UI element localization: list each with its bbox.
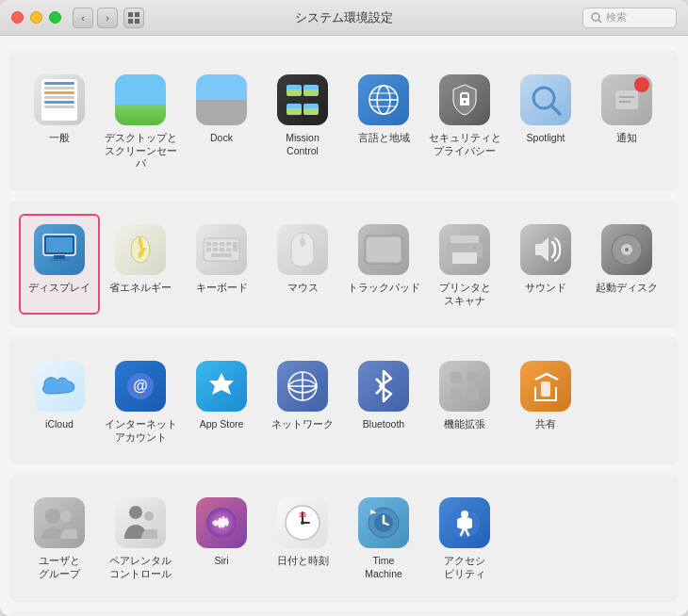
section-personal: 一般 デスクトップとスクリーンセーバ Dock [9,51,679,191]
sound-label: サウンド [525,282,566,295]
grid-view-button[interactable] [123,8,144,28]
icon-item-sharing[interactable]: 共有 [505,350,586,451]
spotlight-icon [520,74,571,125]
icon-item-datetime[interactable]: 18 日付と時刻 [262,487,343,588]
sound-icon [520,224,571,275]
icon-item-startup[interactable]: 起動ディスク [586,214,667,315]
icon-item-parental[interactable]: ペアレンタルコントロール [100,487,181,588]
icon-item-general[interactable]: 一般 [19,64,100,178]
internet-label: インターネットアカウント [105,418,177,444]
icon-item-users[interactable]: ユーザとグループ [19,487,100,588]
svg-rect-28 [206,248,211,251]
svg-point-59 [129,506,142,519]
appstore-icon [196,361,247,412]
icon-item-mouse[interactable]: マウス [262,214,343,315]
svg-rect-30 [220,248,224,251]
icon-item-mission[interactable]: MissionControl [262,64,343,178]
icloud-icon [34,361,85,412]
dock-label: Dock [210,132,233,145]
svg-rect-41 [473,246,477,249]
icon-item-printer[interactable]: プリンタとスキャナ [424,214,505,315]
back-button[interactable]: ‹ [73,8,93,28]
users-icon [34,497,85,548]
timemachine-label: TimeMachine [365,555,402,580]
svg-rect-25 [213,242,218,246]
desktop-icon [115,74,166,125]
svg-line-5 [598,20,601,23]
siri-icon [196,497,247,548]
svg-point-66 [301,521,304,525]
search-box[interactable]: 検索 [582,8,677,28]
svg-line-14 [551,105,560,114]
datetime-label: 日付と時刻 [277,555,329,568]
icon-item-appstore[interactable]: App Store [181,350,262,451]
icon-item-accessibility[interactable]: アクセシビリティ [424,487,505,588]
section-internet: iCloud @ インターネットアカウント [9,337,679,464]
section-other: Flash Player H Hosts [9,611,679,616]
network-label: ネットワーク [271,418,334,431]
icon-item-spotlight[interactable]: Spotlight [505,64,586,178]
icon-item-security[interactable]: セキュリティとプライバシー [424,64,505,178]
svg-rect-40 [452,252,477,264]
maximize-button[interactable] [49,11,61,24]
svg-rect-55 [467,389,479,400]
icon-item-trackpad[interactable]: トラックパッド [343,214,424,315]
extensions-icon [439,361,490,412]
section-1-grid: 一般 デスクトップとスクリーンセーバ Dock [19,64,669,178]
minimize-button[interactable] [30,11,42,24]
svg-rect-29 [213,248,218,251]
svg-rect-38 [450,235,479,243]
svg-rect-24 [206,242,211,246]
icon-item-keyboard[interactable]: キーボード [181,214,262,315]
accessibility-label: アクセシビリティ [444,555,485,580]
window-title: システム環境設定 [295,9,393,26]
svg-rect-32 [233,242,238,251]
spotlight-label: Spotlight [527,132,565,145]
icon-item-notification[interactable]: 通知 [586,64,667,178]
startup-icon [601,224,652,275]
icon-item-dock[interactable]: Dock [181,64,262,178]
sharing-icon [520,361,571,412]
icon-item-display[interactable]: ディスプレイ [19,214,100,315]
close-button[interactable] [11,11,24,24]
svg-rect-0 [128,12,133,17]
parental-icon [115,497,166,548]
section-system: ユーザとグループ ペアレンタルコントロール [9,474,679,601]
mission-label: MissionControl [286,132,319,157]
svg-rect-37 [367,237,401,262]
icon-item-network[interactable]: ネットワーク [262,350,343,451]
display-label: ディスプレイ [28,282,90,295]
icon-item-desktop[interactable]: デスクトップとスクリーンセーバ [100,64,181,178]
svg-rect-3 [135,19,139,24]
security-label: セキュリティとプライバシー [429,132,501,157]
appstore-label: App Store [200,418,244,431]
svg-rect-26 [220,242,224,246]
icon-item-energy[interactable]: 省エネルギー [100,214,181,315]
icon-item-extensions[interactable]: 機能拡張 [424,350,505,451]
internet-icon: @ [115,361,166,412]
forward-button[interactable]: › [97,8,118,28]
energy-icon [115,224,166,275]
svg-rect-52 [450,372,462,383]
notification-badge [634,77,649,92]
icon-item-icloud[interactable]: iCloud [19,350,100,451]
icon-item-language[interactable]: 言語と地域 [343,64,424,178]
search-icon [591,12,602,24]
icon-item-bluetooth[interactable]: Bluetooth [343,350,424,451]
icon-item-sound[interactable]: サウンド [505,214,586,315]
language-label: 言語と地域 [358,132,410,145]
icon-item-siri[interactable]: Siri [181,487,262,588]
general-icon [34,74,85,125]
svg-rect-21 [50,259,69,261]
parental-label: ペアレンタルコントロール [109,555,172,580]
notification-label: 通知 [616,132,637,145]
security-icon [439,74,490,125]
accessibility-icon [439,497,490,548]
content-area: 一般 デスクトップとスクリーンセーバ Dock [0,36,688,616]
icon-item-internet[interactable]: @ インターネットアカウント [100,350,181,451]
network-icon [277,361,328,412]
svg-rect-2 [128,19,133,24]
globe-svg [366,82,401,118]
icon-item-timemachine[interactable]: TimeMachine [343,487,424,588]
users-label: ユーザとグループ [39,555,80,580]
